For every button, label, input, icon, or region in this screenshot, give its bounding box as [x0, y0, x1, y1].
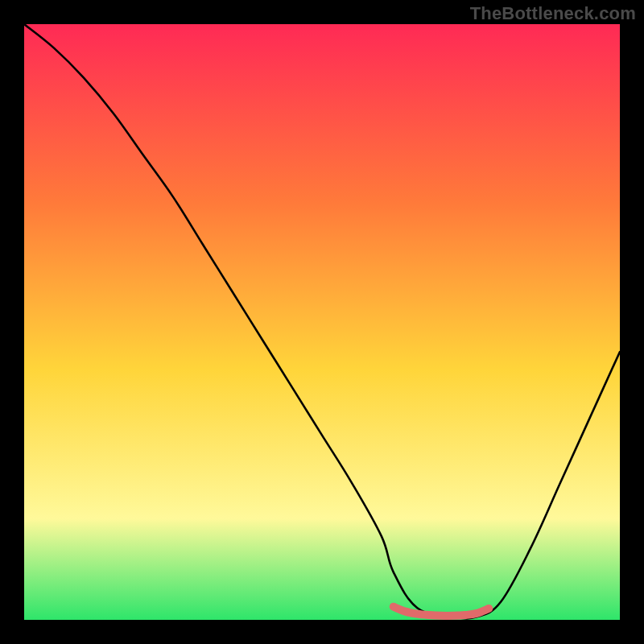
plot-area [24, 24, 620, 620]
chart-frame: TheBottleneck.com [0, 0, 644, 644]
bottleneck-chart [24, 24, 620, 620]
watermark-text: TheBottleneck.com [470, 3, 636, 24]
